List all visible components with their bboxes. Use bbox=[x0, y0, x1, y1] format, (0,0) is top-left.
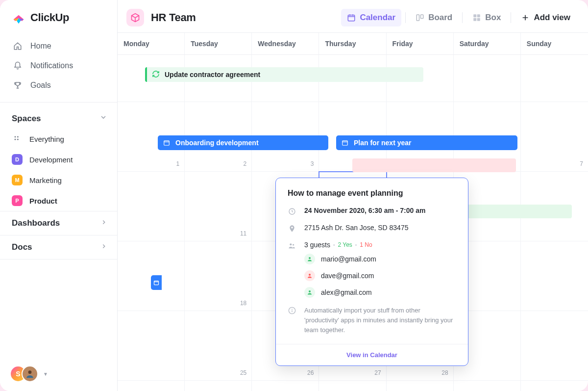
weekday: Monday bbox=[118, 33, 185, 54]
space-everything-label: Everything bbox=[29, 135, 64, 143]
people-icon bbox=[288, 241, 296, 250]
section-docs[interactable]: Docs bbox=[0, 235, 117, 260]
weekday: Tuesday bbox=[185, 33, 252, 54]
calendar-cell[interactable]: 31 bbox=[252, 381, 319, 391]
plus-icon bbox=[521, 13, 530, 22]
space-product[interactable]: P Product bbox=[0, 190, 117, 211]
tab-box-label: Box bbox=[485, 13, 501, 23]
calendar-cell[interactable] bbox=[118, 172, 185, 241]
caret-down-icon: ▼ bbox=[43, 371, 48, 377]
divider bbox=[511, 12, 511, 23]
calendar-cell[interactable]: 7 bbox=[521, 102, 588, 172]
board-icon bbox=[416, 13, 424, 22]
day-number: 26 bbox=[307, 369, 314, 376]
calendar-icon bbox=[163, 139, 171, 147]
add-view-label: Add view bbox=[534, 13, 570, 23]
add-view-button[interactable]: Add view bbox=[515, 9, 576, 26]
svg-point-18 bbox=[309, 257, 311, 259]
calendar-cell[interactable]: 4 bbox=[521, 381, 588, 391]
weekday: Friday bbox=[387, 33, 454, 54]
day-number: 28 bbox=[441, 369, 448, 376]
weekday: Saturday bbox=[454, 33, 521, 54]
logo[interactable]: ClickUp bbox=[0, 0, 117, 33]
user-menu[interactable]: S ▼ bbox=[0, 357, 117, 391]
svg-rect-14 bbox=[154, 281, 159, 285]
workspace-title: HR Team bbox=[151, 11, 196, 24]
nav-notifications[interactable]: Notifications bbox=[6, 56, 111, 76]
svg-rect-6 bbox=[416, 15, 419, 21]
popover-info: Automatically import your stuff from oth… bbox=[304, 306, 456, 335]
guest-row: dave@gmail.com bbox=[304, 270, 456, 281]
nav-home-label: Home bbox=[30, 42, 51, 51]
svg-rect-9 bbox=[477, 14, 480, 17]
svg-rect-10 bbox=[474, 18, 477, 21]
tab-board[interactable]: Board bbox=[410, 9, 458, 26]
calendar-cell[interactable]: 25 bbox=[185, 311, 252, 381]
weekday: Sunday bbox=[521, 33, 588, 54]
calendar-cell[interactable]: 3 bbox=[454, 381, 521, 391]
view-in-calendar-link[interactable]: View in Calendar bbox=[276, 344, 468, 365]
calendar-cell[interactable] bbox=[521, 311, 588, 381]
guest-row: mario@gmail.com bbox=[304, 254, 456, 264]
svg-point-19 bbox=[309, 274, 311, 276]
event-bar[interactable] bbox=[352, 158, 516, 172]
nav-goals[interactable]: Goals bbox=[6, 76, 111, 95]
section-dashboards-label: Dashboards bbox=[12, 218, 60, 228]
space-label: Development bbox=[29, 156, 73, 164]
spaces-header-label: Spaces bbox=[12, 114, 41, 124]
popover-guests: 3 guests • 2 Yes • 1 No bbox=[304, 241, 456, 298]
calendar-cell[interactable]: 11 bbox=[185, 172, 252, 241]
event-contractor[interactable]: Update contractor agreement bbox=[145, 67, 423, 82]
user-icon bbox=[304, 254, 315, 264]
calendar-cell[interactable] bbox=[118, 311, 185, 381]
event-stub[interactable] bbox=[151, 275, 162, 290]
calendar-cell[interactable] bbox=[521, 241, 588, 311]
day-number: 25 bbox=[240, 369, 246, 376]
space-marketing[interactable]: M Marketing bbox=[0, 170, 117, 190]
svg-point-17 bbox=[293, 244, 294, 245]
space-development[interactable]: D Development bbox=[0, 149, 117, 170]
day-number: 3 bbox=[311, 160, 314, 167]
popover-location: 2715 Ash Dr. San Jose, SD 83475 bbox=[304, 224, 408, 232]
space-label: Marketing bbox=[29, 176, 62, 184]
svg-rect-7 bbox=[421, 15, 423, 19]
chevron-right-icon bbox=[100, 218, 107, 228]
calendar-cell[interactable] bbox=[521, 55, 588, 102]
weekday: Thursday bbox=[319, 33, 386, 54]
clock-icon bbox=[288, 207, 296, 216]
svg-point-16 bbox=[290, 243, 292, 245]
calendar-cell[interactable]: 30 bbox=[185, 381, 252, 391]
section-dashboards[interactable]: Dashboards bbox=[0, 211, 117, 235]
calendar-icon bbox=[347, 13, 356, 22]
calendar-cell[interactable]: 29 bbox=[118, 381, 185, 391]
calendar: Monday Tuesday Wednesday Thursday Friday… bbox=[118, 33, 588, 391]
spaces-header[interactable]: Spaces bbox=[0, 106, 117, 129]
calendar-cell[interactable]: 2 bbox=[387, 381, 454, 391]
space-everything[interactable]: Everything bbox=[0, 129, 117, 149]
event-plan[interactable]: Plan for next year bbox=[336, 135, 517, 150]
tab-board-label: Board bbox=[428, 13, 452, 23]
nav-home[interactable]: Home bbox=[6, 36, 111, 56]
svg-rect-12 bbox=[164, 141, 170, 145]
svg-point-3 bbox=[17, 139, 19, 140]
calendar-cell[interactable]: 18 bbox=[185, 241, 252, 311]
box-icon bbox=[472, 13, 481, 22]
chevron-down-icon bbox=[99, 113, 107, 124]
user-icon bbox=[304, 270, 315, 281]
avatar-stack: S bbox=[10, 365, 38, 382]
guests-no: 1 No bbox=[360, 241, 372, 248]
tab-box[interactable]: Box bbox=[466, 9, 507, 26]
event-onboarding[interactable]: Onboarding development bbox=[158, 135, 328, 150]
section-docs-label: Docs bbox=[12, 242, 32, 252]
logo-text: ClickUp bbox=[30, 11, 69, 24]
chevron-right-icon bbox=[100, 242, 107, 252]
calendar-cell[interactable] bbox=[454, 55, 521, 102]
guests-count: 3 guests bbox=[304, 241, 330, 249]
day-number: 27 bbox=[374, 369, 381, 376]
workspace-icon[interactable] bbox=[126, 9, 144, 26]
calendar-cell[interactable]: 1 bbox=[319, 381, 386, 391]
guest-row: alex@gmail.com bbox=[304, 287, 456, 298]
weekday: Wednesday bbox=[252, 33, 319, 54]
tab-calendar[interactable]: Calendar bbox=[341, 9, 401, 26]
svg-point-0 bbox=[15, 136, 16, 138]
